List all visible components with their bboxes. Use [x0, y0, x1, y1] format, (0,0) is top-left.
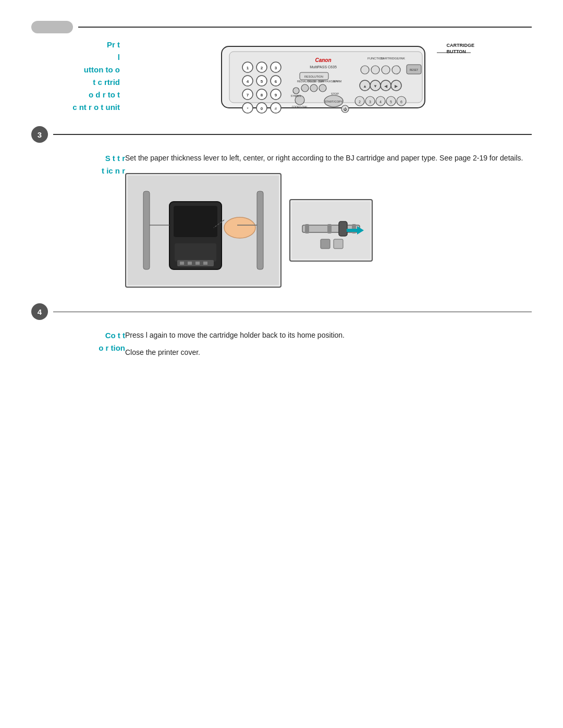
svg-text:START/COPY: START/COPY: [325, 100, 343, 103]
cartridge-image: [125, 173, 282, 288]
printer-panel-wrapper: CARTRIDGE BUTTON 1: [219, 39, 438, 116]
svg-rect-81: [203, 262, 207, 265]
svg-rect-96: [321, 239, 330, 249]
printer-panel-svg: 1 2 3 4 5 6 7 8: [219, 39, 438, 114]
svg-point-32: [310, 84, 317, 92]
svg-rect-80: [195, 262, 200, 265]
svg-text:*: *: [247, 106, 248, 111]
svg-text:CODED DIAL: CODED DIAL: [292, 105, 308, 108]
svg-point-50: [371, 66, 380, 74]
lever-illustration: [292, 202, 370, 259]
step4-badge: 4: [31, 303, 48, 320]
step3-images: [125, 173, 532, 288]
svg-rect-76: [175, 243, 216, 262]
svg-text:3: 3: [369, 100, 371, 104]
step3-description: Set the paper thickness lever to left, c…: [125, 152, 532, 164]
step3-divider: 3: [31, 126, 532, 143]
step4-divider: 4: [31, 303, 532, 320]
step3-content: S t t r t ic n r Set the paper thickness…: [31, 152, 532, 288]
svg-text:0: 0: [261, 106, 263, 111]
step3-divider-line: [53, 134, 532, 135]
step2-content: Pr t l utton to o t c rtrid o d r to t c…: [31, 39, 532, 116]
step4-heading: Co t t o r tion: [31, 329, 125, 354]
step2-divider: [31, 21, 532, 33]
svg-text:5: 5: [390, 100, 392, 104]
svg-point-33: [319, 84, 326, 92]
svg-text:MultiPASS C635: MultiPASS C635: [310, 65, 337, 69]
svg-rect-75: [174, 206, 217, 237]
step2-heading-text: Pr t l utton to o t c rtrid o d r to t c…: [31, 39, 120, 114]
svg-text:6: 6: [275, 79, 277, 84]
svg-text:CARTRIDGE/INK: CARTRIDGE/INK: [381, 57, 405, 60]
svg-text:STOP: STOP: [331, 92, 339, 95]
svg-text:ALARM: ALARM: [333, 80, 341, 83]
step4-desc2: Close the printer cover.: [125, 347, 532, 358]
svg-point-52: [392, 66, 400, 74]
step4-description: Press l again to move the cartridge hold…: [125, 329, 532, 358]
step3-heading: S t t r t ic n r: [31, 152, 125, 177]
pill-shape: [31, 21, 73, 33]
svg-text:▼: ▼: [373, 84, 377, 89]
step2-illustration: CARTRIDGE BUTTON 1: [125, 39, 532, 116]
svg-text:6: 6: [400, 100, 402, 104]
svg-rect-79: [188, 262, 192, 265]
svg-text:3: 3: [275, 66, 277, 70]
svg-rect-94: [339, 221, 347, 236]
step4-content: Co t t o r tion Press l again to move th…: [31, 329, 532, 358]
step4-heading-text: Co t t o r tion: [31, 329, 125, 354]
divider-line: [78, 27, 532, 28]
step3-heading-text: S t t r t ic n r: [31, 152, 125, 177]
svg-rect-85: [143, 191, 150, 269]
svg-point-31: [301, 84, 309, 92]
svg-rect-78: [180, 262, 184, 265]
cartridge-label-line: [437, 50, 473, 66]
svg-text:7: 7: [247, 93, 249, 97]
cartridge-illustration: [128, 176, 279, 285]
svg-rect-97: [334, 239, 343, 249]
svg-text:8: 8: [261, 93, 263, 97]
svg-text:5: 5: [261, 79, 263, 84]
svg-text:RESET: RESET: [410, 68, 419, 71]
step4-divider-line: [53, 312, 532, 313]
svg-text:RESOLUTION: RESOLUTION: [304, 75, 323, 78]
svg-point-49: [361, 66, 369, 74]
step3-right: Set the paper thickness lever to left, c…: [125, 152, 532, 288]
page: Pr t l utton to o t c rtrid o d r to t c…: [0, 0, 563, 728]
svg-text:◀: ◀: [384, 84, 388, 89]
svg-text:4: 4: [380, 100, 382, 104]
svg-text:2: 2: [359, 100, 361, 104]
svg-rect-86: [257, 191, 263, 269]
svg-text:▶: ▶: [395, 84, 398, 89]
svg-text:Canon: Canon: [315, 57, 331, 63]
svg-point-83: [230, 221, 249, 234]
svg-text:2: 2: [261, 66, 263, 70]
svg-point-40: [293, 88, 299, 94]
svg-text:⏻: ⏻: [344, 107, 347, 111]
svg-rect-91: [305, 224, 309, 233]
svg-rect-92: [327, 224, 332, 233]
svg-text:1: 1: [247, 66, 249, 70]
step4-desc1: Press l again to move the cartridge hold…: [125, 329, 532, 341]
svg-text:SYMBOL: SYMBOL: [291, 94, 302, 97]
svg-text:9: 9: [275, 93, 277, 97]
svg-text:4: 4: [247, 79, 249, 84]
step2-heading: Pr t l utton to o t c rtrid o d r to t c…: [31, 39, 125, 114]
svg-point-51: [382, 66, 390, 74]
svg-text:▲: ▲: [363, 84, 367, 89]
step3-badge: 3: [31, 126, 48, 143]
lever-image: [289, 199, 373, 262]
svg-text:#: #: [275, 106, 277, 111]
